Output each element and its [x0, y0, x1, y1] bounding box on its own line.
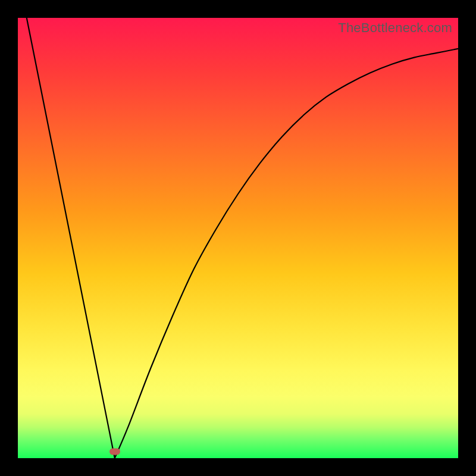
plot-area: TheBottleneck.com [18, 18, 458, 458]
minimum-marker [109, 448, 120, 455]
bottleneck-curve [18, 18, 458, 458]
chart-frame: TheBottleneck.com [0, 0, 476, 476]
